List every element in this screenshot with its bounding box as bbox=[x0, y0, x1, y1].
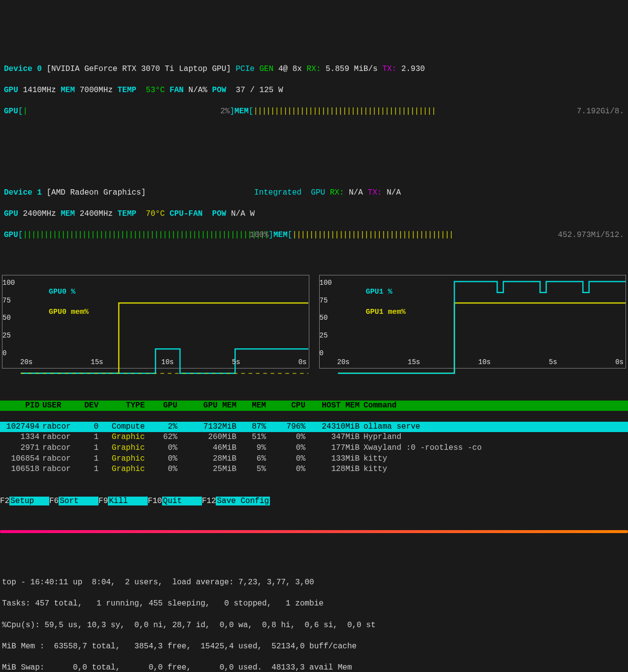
cell-pid: 106854 bbox=[0, 454, 39, 465]
fn-item[interactable]: F10Quit bbox=[148, 496, 202, 507]
cell-dev: 0 bbox=[79, 422, 99, 433]
cell-hostmem: 128MiB bbox=[305, 464, 360, 475]
pow-value: 37 / 125 W bbox=[236, 86, 283, 95]
col-gpumem[interactable]: GPU MEM bbox=[177, 401, 236, 411]
cell-dev: 1 bbox=[79, 432, 99, 443]
gen-label: GEN bbox=[260, 65, 274, 73]
cell-gpumem: 260MiB bbox=[177, 432, 236, 443]
cell-mempc: 5% bbox=[236, 464, 266, 475]
x-tick: 10s bbox=[162, 358, 174, 367]
pow1-value: N/A W bbox=[231, 209, 255, 218]
x-tick: 20s bbox=[20, 358, 33, 367]
mem-label: MEM bbox=[61, 86, 75, 95]
cell-user: rabcor bbox=[39, 454, 79, 465]
fn-label: Sort bbox=[59, 497, 99, 505]
top-line5: MiB Swap: 0,0 total, 0,0 free, 0,0 used.… bbox=[2, 663, 626, 672]
top-summary: top - 16:40:11 up 8:04, 2 users, load av… bbox=[0, 567, 628, 672]
cell-command: Hyprland bbox=[360, 432, 628, 443]
cell-hostmem: 177MiB bbox=[305, 443, 360, 454]
cell-type: Graphic bbox=[99, 443, 148, 454]
cell-command: Xwayland :0 -rootless -co bbox=[360, 443, 628, 454]
function-key-bar: F2Setup F6Sort F9Kill F10Quit F12Save Co… bbox=[0, 496, 628, 507]
fan-value: N/A% bbox=[189, 86, 207, 95]
fn-item[interactable]: F12Save Config bbox=[202, 496, 270, 507]
mem1-label: MEM bbox=[61, 209, 75, 218]
gen-value: 4@ 8x bbox=[278, 65, 302, 73]
x-tick: 5s bbox=[232, 358, 240, 367]
chart-gpu0: 100 75 50 25 0 GPU0 % GPU0 mem% 20s 15s … bbox=[2, 275, 309, 369]
table-row[interactable]: 106854rabcor1Graphic0%28MiB6%0%133MiBkit… bbox=[0, 454, 628, 465]
cell-user: rabcor bbox=[39, 422, 79, 433]
table-row[interactable]: 1334rabcor1Graphic62%260MiB51%0%347MiBHy… bbox=[0, 432, 628, 443]
col-type[interactable]: TYPE bbox=[99, 401, 148, 411]
gpu1-bar: ||||||||||||||||||||||||||||||||||||||||… bbox=[23, 230, 268, 241]
col-command[interactable]: Command bbox=[360, 401, 628, 411]
tx1-label: TX: bbox=[368, 188, 382, 197]
fn-key: F9 bbox=[99, 497, 108, 505]
col-gpu[interactable]: GPU bbox=[148, 401, 177, 411]
pow-label: POW bbox=[212, 86, 227, 95]
fn-item[interactable]: F2Setup bbox=[0, 496, 49, 507]
x-tick: 0s bbox=[298, 358, 307, 367]
fn-label: Setup bbox=[9, 497, 49, 505]
cell-type: Graphic bbox=[99, 454, 148, 465]
device0-bars: GPU[|2%] MEM[|||||||||||||||||||||||||||… bbox=[0, 106, 628, 117]
cell-user: rabcor bbox=[39, 464, 79, 475]
fn-key: F10 bbox=[148, 497, 162, 505]
gpu-pct: 2% bbox=[220, 106, 230, 117]
col-cpu[interactable]: CPU bbox=[266, 401, 305, 411]
fn-item[interactable]: F9Kill bbox=[99, 496, 148, 507]
col-pid[interactable]: PID bbox=[0, 401, 39, 411]
fn-key: F2 bbox=[0, 497, 9, 505]
mem-bar-label: MEM bbox=[234, 106, 249, 117]
pow1-label: POW bbox=[212, 209, 227, 218]
temp-label: TEMP bbox=[118, 86, 136, 95]
cell-gpu: 0% bbox=[148, 464, 177, 475]
nvtop-rows: 1027494rabcor0Compute2%7132MiB87%796%243… bbox=[0, 422, 628, 475]
device0-name: [NVIDIA GeForce RTX 3070 Ti Laptop GPU] bbox=[46, 65, 231, 73]
fn-key: F12 bbox=[202, 497, 216, 505]
table-row[interactable]: 1027494rabcor0Compute2%7132MiB87%796%243… bbox=[0, 422, 628, 433]
top-line3: %Cpu(s): 59,5 us, 10,3 sy, 0,0 ni, 28,7 … bbox=[2, 620, 626, 631]
device1-name: [AMD Radeon Graphics] bbox=[46, 188, 146, 197]
device1-label: Device 1 bbox=[4, 188, 42, 197]
rx1-label: RX: bbox=[330, 188, 344, 197]
cell-cpu: 0% bbox=[266, 443, 305, 454]
fn-label: Save Config bbox=[216, 497, 270, 505]
cell-cpu: 0% bbox=[266, 464, 305, 475]
col-user[interactable]: USER bbox=[39, 401, 79, 411]
table-row[interactable]: 2971rabcor1Graphic0%46MiB9%0%177MiBXwayl… bbox=[0, 443, 628, 454]
col-hostmem[interactable]: HOST MEM bbox=[305, 401, 360, 411]
temp-value: 53°C bbox=[146, 86, 165, 95]
gpu1-bar-label: GPU bbox=[4, 230, 18, 241]
cell-gpu: 0% bbox=[148, 443, 177, 454]
table-row[interactable]: 106518rabcor1Graphic0%25MiB5%0%128MiBkit… bbox=[0, 464, 628, 475]
gpu1-clock: 2400MHz bbox=[23, 209, 56, 218]
col-dev[interactable]: DEV bbox=[79, 401, 99, 411]
mem-bar-text: 7.192Gi/8. bbox=[577, 106, 624, 117]
cell-command: kitty bbox=[360, 464, 628, 475]
cell-mempc: 6% bbox=[236, 454, 266, 465]
pane-divider[interactable] bbox=[0, 530, 628, 533]
mem1-bar-text: 452.973Mi/512. bbox=[558, 230, 624, 241]
chart-gpu1: 100 75 50 25 0 GPU1 % GPU1 mem% 20s 15s … bbox=[319, 275, 627, 369]
fn-item[interactable]: F6Sort bbox=[49, 496, 99, 507]
cell-command: ollama serve bbox=[360, 422, 628, 433]
top-line2: Tasks: 457 total, 1 running, 455 sleepin… bbox=[2, 599, 626, 609]
gpu-bar: |2% bbox=[23, 106, 230, 117]
x-tick: 10s bbox=[478, 358, 491, 367]
cell-gpumem: 7132MiB bbox=[177, 422, 236, 433]
col-mempc[interactable]: MEM bbox=[236, 401, 266, 411]
device0-header: Device 0 [NVIDIA GeForce RTX 3070 Ti Lap… bbox=[0, 53, 628, 96]
x-tick: 15s bbox=[408, 358, 420, 367]
gpu-bar-label: GPU bbox=[4, 106, 18, 117]
nvtop-table-header[interactable]: PID USER DEV TYPE GPU GPU MEM MEM CPU HO… bbox=[0, 401, 628, 411]
mem-clock: 7000MHz bbox=[80, 86, 113, 95]
cell-type: Compute bbox=[99, 422, 148, 433]
cell-gpumem: 25MiB bbox=[177, 464, 236, 475]
cell-gpumem: 28MiB bbox=[177, 454, 236, 465]
cell-mempc: 51% bbox=[236, 432, 266, 443]
device1-bars: GPU[||||||||||||||||||||||||||||||||||||… bbox=[0, 230, 628, 241]
x-axis: 20s 15s 10s 5s 0s bbox=[337, 358, 624, 367]
charts-row: 100 75 50 25 0 GPU0 % GPU0 mem% 20s 15s … bbox=[0, 273, 628, 369]
